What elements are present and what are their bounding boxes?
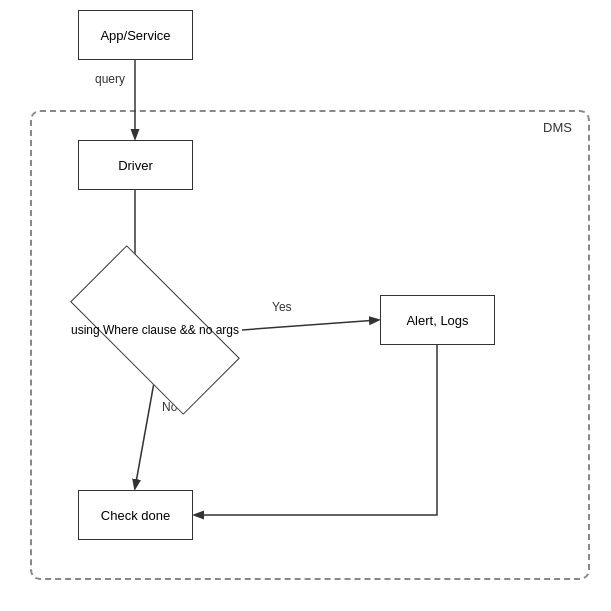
app-service-box: App/Service <box>78 10 193 60</box>
driver-box: Driver <box>78 140 193 190</box>
dms-label: DMS <box>543 120 572 135</box>
yes-label: Yes <box>272 300 292 314</box>
driver-label: Driver <box>118 158 153 173</box>
alert-logs-box: Alert, Logs <box>380 295 495 345</box>
query-label: query <box>95 72 125 86</box>
check-done-box: Check done <box>78 490 193 540</box>
decision-diamond-wrapper: using Where clause && no args <box>70 285 240 375</box>
app-service-label: App/Service <box>100 28 170 43</box>
check-done-label: Check done <box>101 508 170 523</box>
alert-logs-label: Alert, Logs <box>406 313 468 328</box>
diagram-container: DMS query Yes No <box>0 0 611 611</box>
